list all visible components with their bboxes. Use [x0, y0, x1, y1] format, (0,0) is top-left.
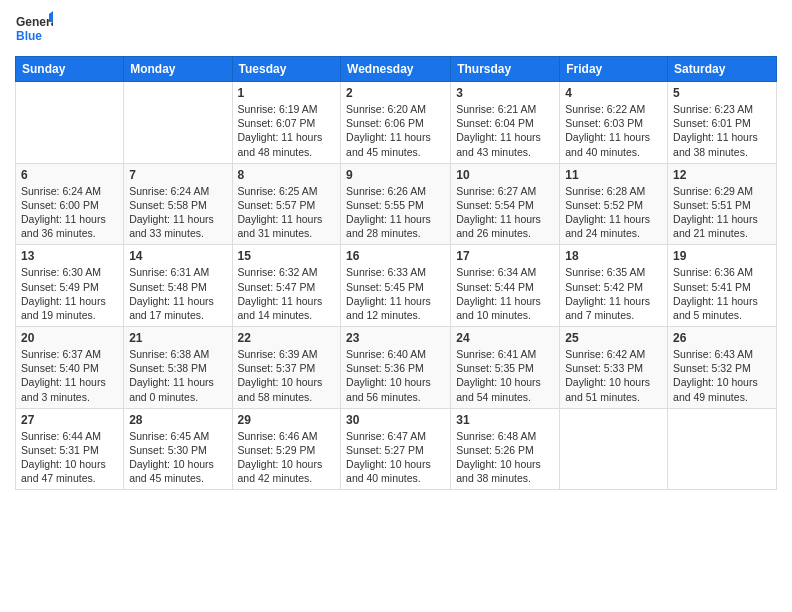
- calendar-cell: 25 Sunrise: 6:42 AMSunset: 5:33 PMDaylig…: [560, 327, 668, 409]
- day-info: Sunrise: 6:45 AMSunset: 5:30 PMDaylight:…: [129, 430, 214, 485]
- day-number: 26: [673, 331, 771, 345]
- day-number: 23: [346, 331, 445, 345]
- day-info: Sunrise: 6:33 AMSunset: 5:45 PMDaylight:…: [346, 266, 431, 321]
- day-info: Sunrise: 6:27 AMSunset: 5:54 PMDaylight:…: [456, 185, 541, 240]
- calendar-cell: 29 Sunrise: 6:46 AMSunset: 5:29 PMDaylig…: [232, 408, 341, 490]
- calendar-cell: 23 Sunrise: 6:40 AMSunset: 5:36 PMDaylig…: [341, 327, 451, 409]
- calendar-cell: 1 Sunrise: 6:19 AMSunset: 6:07 PMDayligh…: [232, 82, 341, 164]
- day-info: Sunrise: 6:29 AMSunset: 5:51 PMDaylight:…: [673, 185, 758, 240]
- day-number: 1: [238, 86, 336, 100]
- calendar-cell: [560, 408, 668, 490]
- calendar-cell: 20 Sunrise: 6:37 AMSunset: 5:40 PMDaylig…: [16, 327, 124, 409]
- calendar-cell: 4 Sunrise: 6:22 AMSunset: 6:03 PMDayligh…: [560, 82, 668, 164]
- svg-text:Blue: Blue: [16, 29, 42, 43]
- calendar-cell: 12 Sunrise: 6:29 AMSunset: 5:51 PMDaylig…: [668, 163, 777, 245]
- header: General Blue: [15, 10, 777, 48]
- day-number: 2: [346, 86, 445, 100]
- weekday-header-row: SundayMondayTuesdayWednesdayThursdayFrid…: [16, 57, 777, 82]
- calendar-table: SundayMondayTuesdayWednesdayThursdayFrid…: [15, 56, 777, 490]
- day-info: Sunrise: 6:48 AMSunset: 5:26 PMDaylight:…: [456, 430, 541, 485]
- day-info: Sunrise: 6:41 AMSunset: 5:35 PMDaylight:…: [456, 348, 541, 403]
- day-info: Sunrise: 6:28 AMSunset: 5:52 PMDaylight:…: [565, 185, 650, 240]
- day-info: Sunrise: 6:46 AMSunset: 5:29 PMDaylight:…: [238, 430, 323, 485]
- day-number: 30: [346, 413, 445, 427]
- calendar-cell: 8 Sunrise: 6:25 AMSunset: 5:57 PMDayligh…: [232, 163, 341, 245]
- day-number: 4: [565, 86, 662, 100]
- calendar-cell: 31 Sunrise: 6:48 AMSunset: 5:26 PMDaylig…: [451, 408, 560, 490]
- day-info: Sunrise: 6:20 AMSunset: 6:06 PMDaylight:…: [346, 103, 431, 158]
- day-info: Sunrise: 6:37 AMSunset: 5:40 PMDaylight:…: [21, 348, 106, 403]
- day-info: Sunrise: 6:21 AMSunset: 6:04 PMDaylight:…: [456, 103, 541, 158]
- day-info: Sunrise: 6:24 AMSunset: 6:00 PMDaylight:…: [21, 185, 106, 240]
- day-info: Sunrise: 6:23 AMSunset: 6:01 PMDaylight:…: [673, 103, 758, 158]
- day-info: Sunrise: 6:47 AMSunset: 5:27 PMDaylight:…: [346, 430, 431, 485]
- week-row-1: 1 Sunrise: 6:19 AMSunset: 6:07 PMDayligh…: [16, 82, 777, 164]
- day-info: Sunrise: 6:32 AMSunset: 5:47 PMDaylight:…: [238, 266, 323, 321]
- day-info: Sunrise: 6:26 AMSunset: 5:55 PMDaylight:…: [346, 185, 431, 240]
- day-info: Sunrise: 6:24 AMSunset: 5:58 PMDaylight:…: [129, 185, 214, 240]
- day-number: 7: [129, 168, 226, 182]
- calendar-cell: [124, 82, 232, 164]
- day-number: 10: [456, 168, 554, 182]
- week-row-3: 13 Sunrise: 6:30 AMSunset: 5:49 PMDaylig…: [16, 245, 777, 327]
- day-number: 19: [673, 249, 771, 263]
- calendar-cell: 10 Sunrise: 6:27 AMSunset: 5:54 PMDaylig…: [451, 163, 560, 245]
- week-row-4: 20 Sunrise: 6:37 AMSunset: 5:40 PMDaylig…: [16, 327, 777, 409]
- calendar-cell: 27 Sunrise: 6:44 AMSunset: 5:31 PMDaylig…: [16, 408, 124, 490]
- calendar-cell: 14 Sunrise: 6:31 AMSunset: 5:48 PMDaylig…: [124, 245, 232, 327]
- calendar-cell: 28 Sunrise: 6:45 AMSunset: 5:30 PMDaylig…: [124, 408, 232, 490]
- day-number: 3: [456, 86, 554, 100]
- calendar-cell: 21 Sunrise: 6:38 AMSunset: 5:38 PMDaylig…: [124, 327, 232, 409]
- week-row-5: 27 Sunrise: 6:44 AMSunset: 5:31 PMDaylig…: [16, 408, 777, 490]
- day-info: Sunrise: 6:36 AMSunset: 5:41 PMDaylight:…: [673, 266, 758, 321]
- day-number: 24: [456, 331, 554, 345]
- weekday-header-tuesday: Tuesday: [232, 57, 341, 82]
- calendar-header: SundayMondayTuesdayWednesdayThursdayFrid…: [16, 57, 777, 82]
- day-info: Sunrise: 6:31 AMSunset: 5:48 PMDaylight:…: [129, 266, 214, 321]
- calendar-cell: [16, 82, 124, 164]
- day-info: Sunrise: 6:19 AMSunset: 6:07 PMDaylight:…: [238, 103, 323, 158]
- day-number: 31: [456, 413, 554, 427]
- day-info: Sunrise: 6:22 AMSunset: 6:03 PMDaylight:…: [565, 103, 650, 158]
- day-number: 25: [565, 331, 662, 345]
- day-info: Sunrise: 6:42 AMSunset: 5:33 PMDaylight:…: [565, 348, 650, 403]
- page: General Blue SundayMondayTuesdayWednesda…: [0, 0, 792, 612]
- day-number: 8: [238, 168, 336, 182]
- day-number: 9: [346, 168, 445, 182]
- logo-svg: General Blue: [15, 10, 53, 48]
- svg-text:General: General: [16, 15, 53, 29]
- day-number: 20: [21, 331, 118, 345]
- calendar-cell: 11 Sunrise: 6:28 AMSunset: 5:52 PMDaylig…: [560, 163, 668, 245]
- day-number: 12: [673, 168, 771, 182]
- weekday-header-thursday: Thursday: [451, 57, 560, 82]
- weekday-header-saturday: Saturday: [668, 57, 777, 82]
- calendar-cell: 19 Sunrise: 6:36 AMSunset: 5:41 PMDaylig…: [668, 245, 777, 327]
- calendar-cell: 18 Sunrise: 6:35 AMSunset: 5:42 PMDaylig…: [560, 245, 668, 327]
- calendar-cell: 22 Sunrise: 6:39 AMSunset: 5:37 PMDaylig…: [232, 327, 341, 409]
- day-number: 29: [238, 413, 336, 427]
- calendar-cell: 24 Sunrise: 6:41 AMSunset: 5:35 PMDaylig…: [451, 327, 560, 409]
- day-number: 15: [238, 249, 336, 263]
- day-info: Sunrise: 6:25 AMSunset: 5:57 PMDaylight:…: [238, 185, 323, 240]
- day-info: Sunrise: 6:43 AMSunset: 5:32 PMDaylight:…: [673, 348, 758, 403]
- calendar-cell: 3 Sunrise: 6:21 AMSunset: 6:04 PMDayligh…: [451, 82, 560, 164]
- calendar-cell: 6 Sunrise: 6:24 AMSunset: 6:00 PMDayligh…: [16, 163, 124, 245]
- day-number: 5: [673, 86, 771, 100]
- day-info: Sunrise: 6:38 AMSunset: 5:38 PMDaylight:…: [129, 348, 214, 403]
- day-number: 6: [21, 168, 118, 182]
- weekday-header-monday: Monday: [124, 57, 232, 82]
- calendar-cell: 7 Sunrise: 6:24 AMSunset: 5:58 PMDayligh…: [124, 163, 232, 245]
- weekday-header-wednesday: Wednesday: [341, 57, 451, 82]
- calendar-cell: 30 Sunrise: 6:47 AMSunset: 5:27 PMDaylig…: [341, 408, 451, 490]
- calendar-cell: 15 Sunrise: 6:32 AMSunset: 5:47 PMDaylig…: [232, 245, 341, 327]
- day-number: 17: [456, 249, 554, 263]
- day-number: 11: [565, 168, 662, 182]
- logo: General Blue: [15, 10, 53, 48]
- day-number: 27: [21, 413, 118, 427]
- day-info: Sunrise: 6:35 AMSunset: 5:42 PMDaylight:…: [565, 266, 650, 321]
- day-number: 18: [565, 249, 662, 263]
- calendar-cell: 17 Sunrise: 6:34 AMSunset: 5:44 PMDaylig…: [451, 245, 560, 327]
- calendar-cell: 26 Sunrise: 6:43 AMSunset: 5:32 PMDaylig…: [668, 327, 777, 409]
- calendar-cell: [668, 408, 777, 490]
- calendar-cell: 9 Sunrise: 6:26 AMSunset: 5:55 PMDayligh…: [341, 163, 451, 245]
